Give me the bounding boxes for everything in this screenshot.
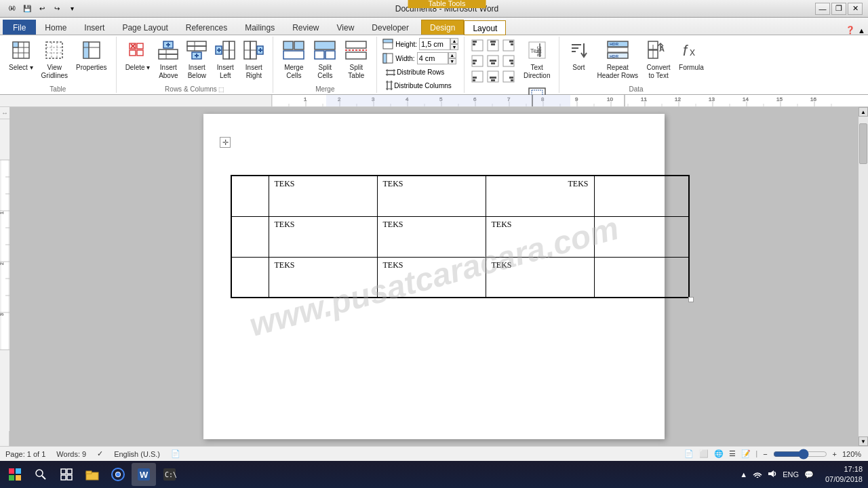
- view-web-btn[interactable]: 🌐: [714, 449, 724, 458]
- language-info[interactable]: English (U.S.): [114, 450, 160, 458]
- delete-button[interactable]: Delete ▾: [122, 38, 154, 75]
- align-top-center[interactable]: [486, 38, 500, 53]
- search-button[interactable]: [28, 463, 53, 486]
- distribute-cols-button[interactable]: Distribute Columns: [382, 79, 454, 92]
- view-gridlines-button[interactable]: ViewGridlines: [38, 38, 71, 83]
- scroll-down-button[interactable]: ▼: [859, 436, 868, 446]
- align-middle-center[interactable]: [486, 54, 500, 68]
- svg-rect-168: [326, 95, 570, 107]
- distribute-rows-button[interactable]: Distribute Rows: [382, 66, 454, 78]
- zoom-out-btn[interactable]: −: [763, 450, 767, 458]
- tab-insert[interactable]: Insert: [75, 20, 113, 35]
- undo-quick-btn[interactable]: ↩: [35, 2, 49, 16]
- merge-cells-button[interactable]: MergeCells: [279, 38, 309, 83]
- close-button[interactable]: ✕: [848, 3, 863, 15]
- table-cell[interactable]: TEKS: [269, 216, 377, 257]
- rows-cols-expand[interactable]: ⬚: [218, 86, 224, 93]
- task-view-button[interactable]: [54, 463, 79, 486]
- properties-button[interactable]: Properties: [73, 38, 111, 75]
- table-cell[interactable]: TEKS: [486, 257, 594, 298]
- table-cell[interactable]: TEKS: [269, 257, 377, 298]
- insert-above-button[interactable]: InsertAbove: [155, 38, 182, 83]
- table-move-handle[interactable]: ✛: [220, 137, 231, 148]
- scroll-up-button[interactable]: ▲: [859, 107, 868, 117]
- height-input[interactable]: [419, 38, 450, 50]
- tab-references[interactable]: References: [177, 20, 236, 35]
- table-cell[interactable]: [231, 216, 269, 257]
- help-btn[interactable]: ❓: [846, 26, 855, 35]
- scroll-thumb[interactable]: [859, 123, 867, 164]
- zoom-in-btn[interactable]: +: [833, 450, 837, 458]
- align-middle-left[interactable]: [470, 54, 485, 68]
- align-bottom-left[interactable]: [470, 69, 485, 84]
- table-cell[interactable]: [594, 176, 689, 216]
- split-cells-button[interactable]: SplitCells: [310, 38, 340, 83]
- restore-button[interactable]: ❐: [831, 3, 846, 15]
- scroll-track[interactable]: [859, 117, 868, 436]
- convert-to-text-button[interactable]: A Convertto Text: [643, 38, 674, 83]
- chrome-button[interactable]: [106, 463, 130, 486]
- lang-indicator[interactable]: ENG: [783, 470, 799, 479]
- align-top-left[interactable]: [470, 38, 485, 53]
- tab-view[interactable]: View: [328, 20, 363, 35]
- tab-layout[interactable]: Layout: [464, 20, 506, 35]
- table-cell[interactable]: TEKS: [486, 216, 594, 257]
- align-top-right[interactable]: [501, 38, 516, 53]
- insert-below-button[interactable]: InsertBelow: [183, 38, 210, 83]
- view-print-btn[interactable]: 📄: [684, 449, 694, 458]
- table-cell[interactable]: TEKS: [377, 257, 486, 298]
- taskbar-clock[interactable]: 17:18 07/09/2018: [825, 464, 863, 485]
- tab-review[interactable]: Review: [283, 20, 328, 35]
- insert-left-button[interactable]: InsertLeft: [212, 38, 239, 83]
- customize-quick-access[interactable]: ▾: [65, 2, 79, 16]
- table-cell[interactable]: TEKS: [269, 176, 377, 216]
- table-cell[interactable]: TEKS: [486, 176, 594, 216]
- start-button[interactable]: [3, 463, 27, 486]
- zoom-slider[interactable]: [773, 451, 827, 457]
- minimize-button[interactable]: —: [815, 3, 830, 15]
- table-cell[interactable]: [231, 257, 269, 298]
- insert-right-button[interactable]: InsertRight: [240, 38, 267, 83]
- spell-check-icon[interactable]: ✓: [97, 449, 103, 458]
- tab-mailings[interactable]: Mailings: [236, 20, 283, 35]
- volume-icon[interactable]: [768, 469, 777, 480]
- height-up[interactable]: ▲: [450, 38, 458, 44]
- view-fullscreen-btn[interactable]: ⬜: [699, 449, 709, 458]
- table-resize-handle[interactable]: [688, 297, 694, 302]
- table-cell[interactable]: [594, 216, 689, 257]
- table-cell[interactable]: TEKS: [377, 176, 486, 216]
- repeat-header-rows-button[interactable]: HDR HDR RepeatHeader Rows: [593, 38, 642, 83]
- sort-button[interactable]: Sort: [565, 38, 592, 75]
- view-outline-btn[interactable]: ☰: [729, 449, 736, 458]
- redo-quick-btn[interactable]: ↪: [50, 2, 64, 16]
- align-bottom-center[interactable]: [486, 69, 500, 84]
- split-table-button[interactable]: SplitTable: [341, 38, 371, 83]
- text-direction-button[interactable]: abc Text TextDirection: [520, 38, 553, 83]
- show-hidden-icons[interactable]: ▲: [740, 470, 747, 479]
- formula-button[interactable]: f x Formula: [675, 38, 707, 75]
- align-middle-right[interactable]: [501, 54, 516, 68]
- file-explorer-button[interactable]: [80, 463, 104, 486]
- height-down[interactable]: ▼: [450, 44, 458, 50]
- ribbon-collapse-btn[interactable]: ▲: [858, 26, 865, 35]
- table-cell[interactable]: TEKS: [377, 216, 486, 257]
- width-input[interactable]: [417, 52, 448, 64]
- tab-file[interactable]: File: [3, 20, 36, 35]
- tab-developer[interactable]: Developer: [363, 20, 418, 35]
- table-cell[interactable]: [231, 176, 269, 216]
- word-taskbar-button[interactable]: W: [132, 463, 156, 486]
- save-quick-btn[interactable]: 💾: [20, 2, 34, 16]
- width-up[interactable]: ▲: [448, 52, 456, 58]
- tab-page-layout[interactable]: Page Layout: [113, 20, 176, 35]
- network-icon[interactable]: [753, 470, 762, 479]
- table-cell[interactable]: [594, 257, 689, 298]
- view-draft-btn[interactable]: 📝: [741, 449, 751, 458]
- notification-icon[interactable]: 💬: [804, 470, 814, 479]
- tab-design[interactable]: Design: [421, 20, 464, 35]
- select-button[interactable]: Select ▾: [5, 38, 37, 75]
- tab-home[interactable]: Home: [36, 20, 75, 35]
- align-bottom-right[interactable]: [501, 69, 516, 84]
- cmd-button[interactable]: C:\: [157, 463, 182, 486]
- width-down[interactable]: ▼: [448, 58, 456, 64]
- zoom-level[interactable]: 120%: [842, 450, 863, 458]
